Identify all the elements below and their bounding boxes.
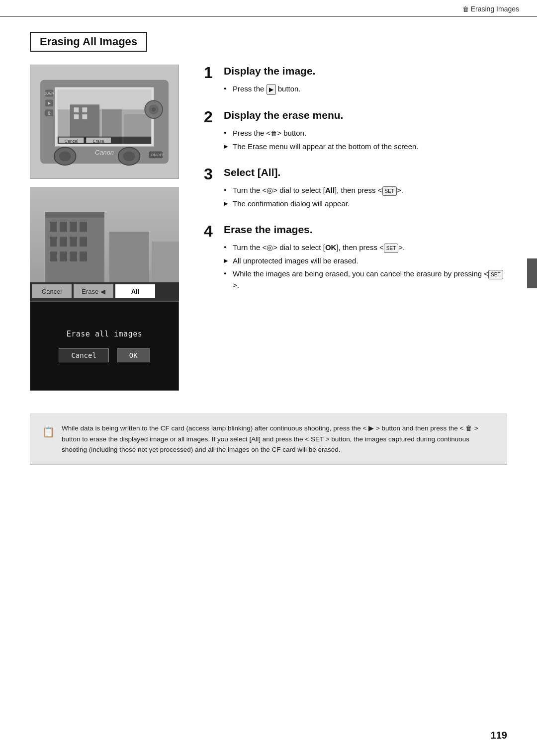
step-4-arrow-1: All unprotected images will be erased. [224, 255, 507, 267]
step-1: 1 Display the image. Press the ▶ button. [204, 65, 507, 95]
svg-rect-48 [70, 252, 77, 261]
step-3-bullet-1: Turn the <◎> dial to select [All], then … [224, 185, 507, 196]
header-title: 🗑 Erasing Images [462, 5, 519, 13]
step-4-header: 4 Erase the images. [204, 223, 507, 239]
step-2-bullet-1: Press the <🗑> button. [224, 128, 507, 139]
svg-text:OFF: OFF [157, 153, 165, 157]
note-text: While data is being written to the CF ca… [62, 423, 495, 455]
step-2-title: Display the erase menu. [224, 109, 343, 121]
set-icon-4a: SET [384, 244, 398, 253]
svg-text:▶: ▶ [48, 101, 51, 105]
svg-rect-45 [80, 237, 87, 247]
step-4-bullet-2: While the images are being erased, you c… [224, 268, 507, 291]
step-4: 4 Erase the images. Turn the <◎> dial to… [204, 223, 507, 291]
steps-layout: Cancel Erase JUMP ▶ 🗑 [30, 65, 507, 399]
step-2: 2 Display the erase menu. Press the <🗑> … [204, 109, 507, 152]
svg-point-33 [123, 151, 135, 161]
svg-rect-46 [50, 252, 57, 261]
dialog-cancel-btn: Cancel [59, 348, 109, 362]
camera-image: Cancel Erase JUMP ▶ 🗑 [30, 65, 179, 179]
step-2-number: 2 [204, 109, 220, 125]
page-header: 🗑 Erasing Images [0, 0, 537, 17]
svg-text:ON: ON [151, 153, 157, 157]
svg-text:Erase ◀: Erase ◀ [82, 288, 105, 295]
svg-rect-9 [82, 107, 87, 112]
dialog-buttons: Cancel OK [59, 348, 150, 362]
building-image-with-menu: Cancel Erase ◀ All [30, 187, 179, 301]
svg-point-19 [152, 107, 156, 111]
right-steps-col: 1 Display the image. Press the ▶ button.… [204, 65, 507, 305]
step-1-bullet-1: Press the ▶ button. [224, 84, 507, 95]
main-content: Erasing All Images [0, 17, 537, 480]
svg-rect-43 [60, 237, 67, 247]
erase-dialog: Erase all images Cancel OK [30, 301, 179, 391]
svg-rect-10 [74, 114, 79, 119]
note-box: 📋 While data is being written to the CF … [30, 414, 507, 465]
step-3-number: 3 [204, 166, 220, 182]
svg-text:All: All [131, 288, 140, 295]
step-2-header: 2 Display the erase menu. [204, 109, 507, 125]
trash-icon: 🗑 [462, 5, 469, 13]
svg-text:Canon: Canon [95, 149, 114, 156]
dialog-ok-btn: OK [117, 348, 150, 362]
sidebar-tab [527, 258, 537, 288]
svg-rect-49 [80, 252, 87, 261]
svg-rect-50 [45, 212, 104, 218]
step-4-bullets: Turn the <◎> dial to select [OK], then p… [224, 242, 507, 291]
step-3-arrow-1: The confirmation dialog will appear. [224, 198, 507, 210]
svg-text:🗑: 🗑 [47, 111, 51, 115]
set-icon-3: SET [382, 186, 397, 196]
svg-text:Cancel: Cancel [65, 139, 79, 144]
svg-text:Erase: Erase [92, 139, 104, 144]
svg-rect-41 [80, 222, 87, 232]
step-4-number: 4 [204, 223, 220, 239]
note-icon: 📋 [42, 424, 55, 440]
section-title: Erasing All Images [30, 32, 147, 52]
step-3-header: 3 Select [All]. [204, 166, 507, 182]
svg-text:JUMP: JUMP [45, 92, 54, 95]
svg-rect-38 [50, 222, 57, 232]
svg-rect-8 [74, 107, 79, 112]
step-3: 3 Select [All]. Turn the <◎> dial to sel… [204, 166, 507, 209]
svg-rect-40 [70, 222, 77, 232]
step-1-header: 1 Display the image. [204, 65, 507, 81]
dialog-text: Erase all images [67, 330, 143, 338]
svg-point-31 [59, 151, 71, 161]
svg-rect-11 [82, 114, 87, 119]
svg-rect-39 [60, 222, 67, 232]
set-icon-4b: SET [488, 270, 503, 279]
step-4-title: Erase the images. [224, 223, 313, 236]
step-2-arrow-1: The Erase menu will appear at the bottom… [224, 141, 507, 153]
svg-rect-42 [50, 237, 57, 247]
page-number: 119 [491, 730, 507, 741]
svg-rect-47 [60, 252, 67, 261]
step-1-bullets: Press the ▶ button. [224, 84, 507, 95]
step-1-number: 1 [204, 65, 220, 81]
header-title-text: Erasing Images [471, 5, 519, 13]
svg-rect-44 [70, 237, 77, 247]
step-3-title: Select [All]. [224, 166, 280, 178]
step-1-title: Display the image. [224, 65, 315, 77]
step-2-bullets: Press the <🗑> button. The Erase menu wil… [224, 128, 507, 152]
svg-text:Cancel: Cancel [42, 288, 62, 295]
step-4-bullet-1: Turn the <◎> dial to select [OK], then p… [224, 242, 507, 253]
play-button-icon: ▶ [267, 84, 276, 95]
step-3-bullets: Turn the <◎> dial to select [All], then … [224, 185, 507, 209]
left-images-col: Cancel Erase JUMP ▶ 🗑 [30, 65, 189, 399]
